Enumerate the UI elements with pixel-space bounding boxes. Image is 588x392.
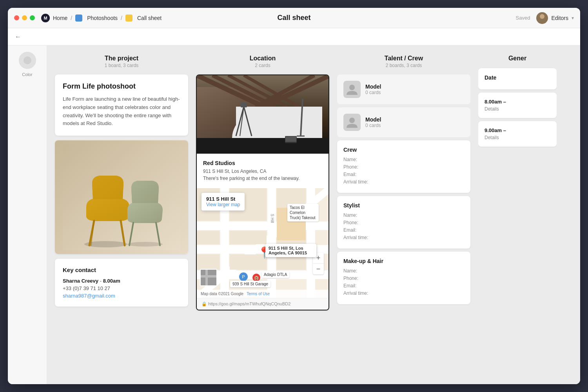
stylist-card: Stylist Name: Phone: Email: Arrival time… xyxy=(337,196,470,249)
model-card-1: Model 0 cards xyxy=(337,74,470,104)
color-label: Color xyxy=(22,72,32,77)
svg-rect-48 xyxy=(201,270,217,286)
makeup-arrival-field: Arrival time: xyxy=(343,290,464,296)
close-button[interactable] xyxy=(14,15,19,20)
chair-image xyxy=(55,140,188,254)
titlebar: M Home / Photoshoots / Call sheet Call s… xyxy=(8,8,580,28)
stylist-arrival-field: Arrival time: xyxy=(343,235,464,240)
svg-point-51 xyxy=(349,85,355,90)
map-url-icon: 🔒 xyxy=(201,301,208,306)
photoshoots-icon xyxy=(75,15,82,22)
color-tool[interactable] xyxy=(19,52,36,69)
crew-arrival-field: Arrival time: xyxy=(343,179,464,185)
model-avatar-2 xyxy=(343,114,361,131)
adagio-label: Adagio DTLA xyxy=(261,271,289,278)
model-1-cards: 0 cards xyxy=(365,90,381,95)
app-window: M Home / Photoshoots / Call sheet Call s… xyxy=(8,8,580,384)
makeup-card: Make-up & Hair Name: Phone: Email: Arriv… xyxy=(337,252,470,304)
general-9am-detail: Details xyxy=(485,135,550,140)
adagio-marker: 🏨 xyxy=(252,274,260,281)
garage-label: 939 S Hill St Garage xyxy=(230,281,270,287)
project-description: Life Form are launching a new line of be… xyxy=(63,95,180,128)
general-column: Gener Date 8.00am – Details 9.00am – Det… xyxy=(478,55,557,375)
talent-column: Talent / Crew 2 boards, 3 cards Model 0 … xyxy=(337,55,470,375)
svg-point-1 xyxy=(538,20,546,24)
talent-column-subtitle: 2 boards, 3 cards xyxy=(337,63,470,68)
main-layout: Color The project 1 board, 3 cards Form … xyxy=(8,45,580,384)
location-column-header: Location 2 cards xyxy=(196,55,329,68)
svg-rect-50 xyxy=(205,270,208,286)
studio-address: 911 S Hill St, Los Angeles, CA There's f… xyxy=(203,168,322,182)
project-column-title: The project xyxy=(55,55,188,62)
back-button[interactable]: ← xyxy=(13,31,24,42)
contact-name: Sharna Creevy - 8.00am xyxy=(63,278,180,284)
svg-rect-21 xyxy=(197,138,328,154)
makeup-phone-field: Phone: xyxy=(343,276,464,281)
map-footer: Map data ©2021 Google Terms of Use xyxy=(197,290,328,298)
columns-container: The project 1 board, 3 cards Form Life p… xyxy=(47,45,580,384)
map-container[interactable]: 911 S Hill St View larger map 📍 911 S Hi… xyxy=(197,188,328,298)
contact-phone: +33 (0)7 39 71 10 27 xyxy=(63,285,180,291)
svg-point-5 xyxy=(127,242,163,247)
map-address-label: 911 S Hill St, Los Angeles, CA 90015 xyxy=(265,244,316,257)
stylist-phone-field: Phone: xyxy=(343,220,464,225)
breadcrumb-home[interactable]: Home xyxy=(53,15,67,21)
studio-photo-svg xyxy=(197,75,328,154)
svg-rect-25 xyxy=(241,103,247,107)
person-icon xyxy=(346,83,358,96)
view-larger-map-link[interactable]: View larger map xyxy=(206,202,240,207)
chevron-down-icon[interactable]: ▾ xyxy=(572,15,574,21)
general-column-title: Gener xyxy=(478,55,557,62)
taco-label: Tacos El Comelon Truck) Takeout xyxy=(287,204,319,221)
svg-rect-29 xyxy=(285,136,296,142)
maximize-button[interactable] xyxy=(30,15,35,20)
stylist-email-field: Email: xyxy=(343,227,464,233)
saved-status: Saved xyxy=(516,15,530,21)
svg-rect-42 xyxy=(230,231,267,244)
toolbar: ← xyxy=(8,28,580,45)
project-column-header: The project 1 board, 3 cards xyxy=(55,55,188,68)
map-url-bar: 🔒 https://goo.gl/maps/mTWhufQNqCQnuBD2 xyxy=(197,298,328,310)
svg-point-0 xyxy=(540,14,544,19)
breadcrumb-photoshoots[interactable]: Photoshoots xyxy=(87,15,118,21)
editors-area: Editors ▾ xyxy=(536,12,574,24)
studio-name: Red Studios xyxy=(203,160,322,166)
general-8am-card: 8.00am – Details xyxy=(478,93,557,118)
talent-column-header: Talent / Crew 2 boards, 3 cards xyxy=(337,55,470,68)
map-thumbnail xyxy=(200,269,217,286)
svg-point-2 xyxy=(24,56,31,64)
crew-card: Crew Name: Phone: Email: Arrival time: xyxy=(337,140,470,193)
map-zoom-out-button[interactable]: − xyxy=(313,263,324,274)
breadcrumb-callsheet[interactable]: Call sheet xyxy=(137,15,162,21)
project-column: The project 1 board, 3 cards Form Life p… xyxy=(55,55,188,375)
svg-rect-44 xyxy=(197,254,220,270)
stylist-name-field: Name: xyxy=(343,212,464,218)
street-label: S Hill xyxy=(270,214,274,223)
general-8am-detail: Details xyxy=(485,106,550,112)
general-date-card: Date xyxy=(478,68,557,89)
location-card: Red Studios 911 S Hill St, Los Angeles, … xyxy=(196,74,329,310)
svg-rect-41 xyxy=(197,231,220,244)
general-8am-time: 8.00am – xyxy=(485,99,550,105)
chairs-svg xyxy=(63,144,180,250)
makeup-email-field: Email: xyxy=(343,283,464,289)
editors-label[interactable]: Editors xyxy=(551,15,568,21)
project-description-card: Form Life photoshoot Life Form are launc… xyxy=(55,74,188,136)
callsheet-icon xyxy=(125,15,132,22)
crew-name-field: Name: xyxy=(343,157,464,162)
traffic-lights xyxy=(14,15,35,20)
crew-title: Crew xyxy=(343,147,464,153)
studio-photo xyxy=(197,75,328,154)
project-column-subtitle: 1 board, 3 cards xyxy=(55,63,188,68)
app-logo: M xyxy=(41,14,50,22)
svg-rect-49 xyxy=(201,275,217,278)
location-column: Location 2 cards xyxy=(196,55,329,375)
stylist-title: Stylist xyxy=(343,202,464,209)
general-9am-time: 9.00am – xyxy=(485,127,550,133)
minimize-button[interactable] xyxy=(22,15,27,20)
crew-email-field: Email: xyxy=(343,172,464,177)
contact-email[interactable]: sharna987@gmail.com xyxy=(63,293,180,299)
location-column-subtitle: 2 cards xyxy=(196,63,329,68)
map-popup-title: 911 S Hill St xyxy=(206,196,240,202)
general-9am-card: 9.00am – Details xyxy=(478,121,557,147)
